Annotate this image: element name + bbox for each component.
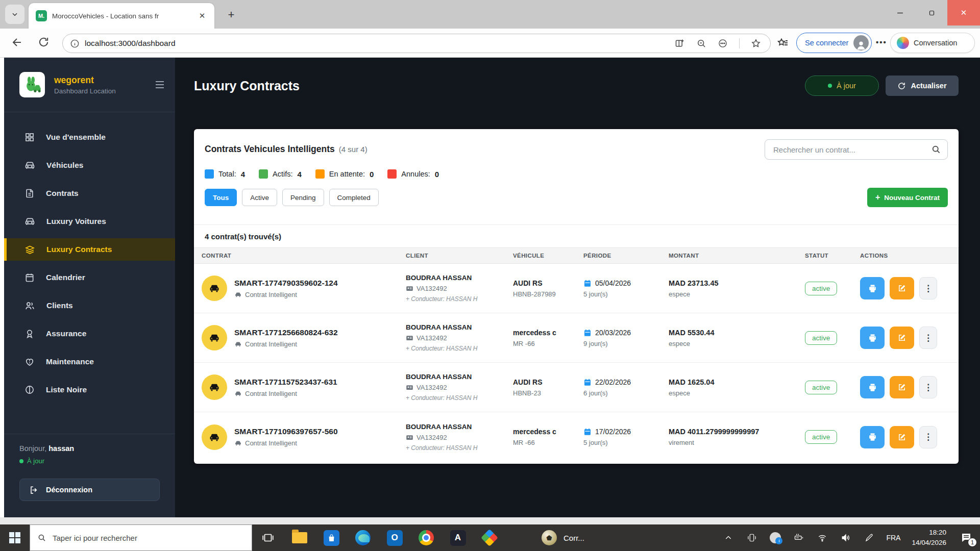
- chrome-icon[interactable]: [410, 524, 442, 551]
- split-screen-icon[interactable]: [675, 38, 685, 48]
- reload-icon[interactable]: [38, 36, 50, 48]
- col-statut: STATUT: [805, 253, 860, 259]
- conversation-button[interactable]: Conversation: [890, 33, 975, 53]
- print-button[interactable]: [860, 327, 885, 349]
- contract-type: Contrat Intelligent: [245, 439, 297, 447]
- sidebar-item-assurance[interactable]: Assurance: [4, 322, 175, 345]
- edge-icon[interactable]: [347, 524, 379, 551]
- signin-button[interactable]: Se connecter: [796, 33, 872, 53]
- edit-button[interactable]: [890, 327, 914, 349]
- taskbar-clock[interactable]: 18:20 14/04/2026: [905, 528, 952, 548]
- period-date: 22/02/2026: [595, 378, 631, 386]
- contract-search[interactable]: [765, 139, 948, 160]
- print-button[interactable]: [860, 277, 885, 299]
- search-icon[interactable]: [931, 144, 941, 155]
- more-actions-button[interactable]: ⋮: [919, 426, 937, 448]
- contracts-card: Contrats Vehicules Intelligents(4 sur 4)…: [194, 129, 959, 464]
- sidebar-item-clients[interactable]: Clients: [4, 294, 175, 317]
- browser-tab[interactable]: M. MoroccoVehicles - Location sans fr ✕: [29, 3, 214, 29]
- tray-device-icon[interactable]: [740, 524, 764, 551]
- tray-power-icon[interactable]: [787, 524, 811, 551]
- back-icon[interactable]: [11, 36, 23, 48]
- filter-pending-button[interactable]: Pending: [282, 189, 324, 206]
- notification-badge: 1: [968, 538, 977, 547]
- ban-icon: [24, 385, 35, 395]
- sidebar-status: À jour: [19, 457, 160, 465]
- taskbar-search[interactable]: Taper ici pour rechercher: [30, 524, 252, 551]
- sidebar-item-luxury-contracts[interactable]: Luxury Contracts: [4, 238, 175, 261]
- tray-chevron-up-icon[interactable]: [717, 524, 740, 551]
- print-button[interactable]: [860, 376, 885, 398]
- logout-button[interactable]: Déconnexion: [19, 479, 160, 501]
- page-viewport: wegorent Dashboard Location Vue d'ensemb…: [0, 58, 980, 517]
- more-actions-button[interactable]: ⋮: [919, 327, 937, 349]
- sidebar-item-label: Clients: [46, 301, 73, 310]
- more-actions-button[interactable]: ⋮: [919, 277, 937, 299]
- new-tab-button[interactable]: +: [224, 7, 239, 22]
- sidebar-item-luxury-voitures[interactable]: Luxury Voitures: [4, 210, 175, 233]
- more-tools-icon[interactable]: [718, 38, 728, 48]
- tab-list-chevron-icon[interactable]: [5, 5, 24, 24]
- sidebar-toggle-icon[interactable]: [154, 79, 166, 91]
- table-row: SMART-1771157523437-631 Contrat Intellig…: [194, 363, 959, 412]
- edit-button[interactable]: [890, 376, 914, 398]
- football-app-icon[interactable]: ⬟: [536, 524, 562, 551]
- filter-completed-button[interactable]: Completed: [329, 189, 379, 206]
- sidebar-item-calendrier[interactable]: Calendrier: [4, 266, 175, 289]
- filter-tous-button[interactable]: Tous: [205, 189, 237, 206]
- sidebar-item-vehicules[interactable]: Véhicules: [4, 154, 175, 177]
- sidebar-item-maintenance[interactable]: Maintenance: [4, 350, 175, 373]
- calendar-small-icon: [583, 279, 592, 287]
- sidebar: wegorent Dashboard Location Vue d'ensemb…: [4, 58, 175, 517]
- print-button[interactable]: [860, 426, 885, 448]
- tray-pen-icon[interactable]: [857, 524, 881, 551]
- period-duration: 5 jour(s): [583, 290, 669, 298]
- site-info-icon[interactable]: [70, 39, 80, 48]
- contract-type: Contrat Intelligent: [245, 340, 297, 348]
- car-icon: [24, 160, 35, 171]
- search-input[interactable]: [773, 145, 931, 154]
- id-card-icon: [406, 285, 413, 292]
- start-button[interactable]: [0, 524, 30, 551]
- tab-close-icon[interactable]: ✕: [196, 10, 208, 22]
- address-bar[interactable]: localhost:3000/dashboard: [62, 34, 771, 53]
- filter-active-button[interactable]: Active: [242, 189, 277, 206]
- refresh-button[interactable]: Actualiser: [886, 76, 959, 96]
- tray-volume-icon[interactable]: [834, 524, 857, 551]
- tray-wifi-icon[interactable]: [811, 524, 834, 551]
- col-actions: ACTIONS: [860, 253, 959, 259]
- table-row: SMART-1774790359602-124 Contrat Intellig…: [194, 264, 959, 313]
- more-actions-button[interactable]: ⋮: [919, 376, 937, 398]
- car-small-icon: [234, 390, 242, 397]
- users-icon: [24, 300, 35, 311]
- sidebar-item-vue-densemble[interactable]: Vue d'ensemble: [4, 126, 175, 148]
- vehicle-name: AUDI RS: [513, 378, 583, 386]
- running-app-label[interactable]: Corr...: [564, 534, 584, 542]
- url-text[interactable]: localhost:3000/dashboard: [85, 39, 675, 48]
- drawio-icon[interactable]: [474, 524, 505, 551]
- task-view-icon[interactable]: [252, 524, 284, 551]
- a-app-icon[interactable]: A: [442, 524, 474, 551]
- tray-update-icon[interactable]: i: [764, 524, 787, 551]
- page-title: Luxury Contracts: [194, 79, 300, 93]
- favorites-bar-icon[interactable]: [777, 37, 789, 49]
- profile-avatar: [853, 35, 869, 51]
- favorite-star-icon[interactable]: [751, 38, 761, 48]
- edit-button[interactable]: [890, 426, 914, 448]
- sidebar-item-liste-noire[interactable]: Liste Noire: [4, 379, 175, 401]
- brand-tagline: Dashboard Location: [54, 87, 154, 95]
- file-explorer-icon[interactable]: [284, 524, 315, 551]
- browser-menu-icon[interactable]: •••: [876, 38, 887, 46]
- microsoft-store-icon[interactable]: [315, 524, 347, 551]
- notification-center-button[interactable]: 1: [952, 524, 980, 551]
- new-contract-button[interactable]: + Nouveau Contrat: [867, 188, 948, 207]
- outlook-icon[interactable]: O: [379, 524, 410, 551]
- clock-time: 18:20: [912, 528, 946, 538]
- window-maximize-button[interactable]: [916, 0, 947, 26]
- zoom-out-icon[interactable]: [696, 38, 706, 48]
- edit-button[interactable]: [890, 277, 914, 299]
- sidebar-item-contrats[interactable]: Contrats: [4, 182, 175, 205]
- language-indicator[interactable]: FRA: [881, 534, 905, 542]
- window-close-button[interactable]: ✕: [947, 0, 980, 26]
- window-minimize-button[interactable]: [884, 0, 916, 26]
